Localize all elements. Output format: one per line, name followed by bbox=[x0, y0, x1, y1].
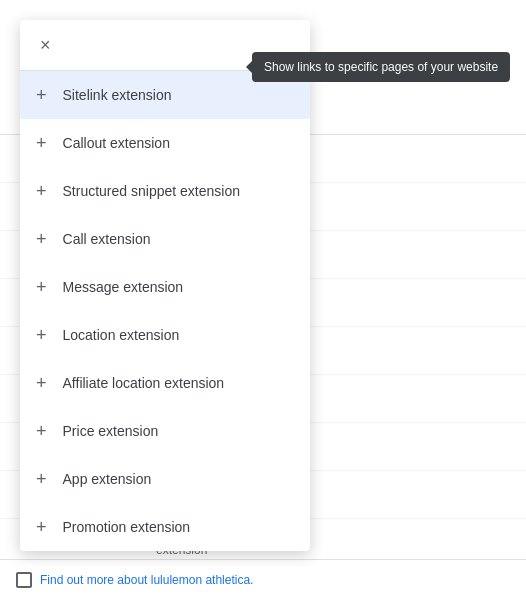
plus-icon: + bbox=[36, 182, 47, 200]
menu-item-affiliate-location[interactable]: +Affiliate location extension bbox=[20, 359, 310, 407]
menu-item-structured-snippet[interactable]: +Structured snippet extension bbox=[20, 167, 310, 215]
checkbox[interactable] bbox=[16, 572, 32, 588]
menu-item-label: Structured snippet extension bbox=[63, 183, 240, 199]
plus-icon: + bbox=[36, 422, 47, 440]
menu-list: +Sitelink extension+Callout extension+St… bbox=[20, 71, 310, 551]
menu-item-message[interactable]: +Message extension bbox=[20, 263, 310, 311]
plus-icon: + bbox=[36, 134, 47, 152]
menu-item-label: Location extension bbox=[63, 327, 180, 343]
plus-icon: + bbox=[36, 86, 47, 104]
menu-item-label: Sitelink extension bbox=[63, 87, 172, 103]
dropdown-panel: × +Sitelink extension+Callout extension+… bbox=[20, 20, 310, 551]
plus-icon: + bbox=[36, 326, 47, 344]
menu-item-label: Affiliate location extension bbox=[63, 375, 225, 391]
menu-item-sitelink[interactable]: +Sitelink extension bbox=[20, 71, 310, 119]
plus-icon: + bbox=[36, 470, 47, 488]
menu-item-app[interactable]: +App extension bbox=[20, 455, 310, 503]
bottom-bar-text: Find out more about lululemon athletica. bbox=[40, 573, 253, 587]
plus-icon: + bbox=[36, 278, 47, 296]
bottom-bar: Find out more about lululemon athletica. bbox=[0, 559, 526, 600]
close-button[interactable]: × bbox=[36, 32, 55, 58]
menu-item-callout[interactable]: +Callout extension bbox=[20, 119, 310, 167]
menu-item-price[interactable]: +Price extension bbox=[20, 407, 310, 455]
menu-item-promotion[interactable]: +Promotion extension bbox=[20, 503, 310, 551]
menu-item-label: Message extension bbox=[63, 279, 184, 295]
menu-item-location[interactable]: +Location extension bbox=[20, 311, 310, 359]
menu-item-label: Price extension bbox=[63, 423, 159, 439]
plus-icon: + bbox=[36, 374, 47, 392]
menu-item-call[interactable]: +Call extension bbox=[20, 215, 310, 263]
plus-icon: + bbox=[36, 230, 47, 248]
bottom-bar-content: Find out more about lululemon athletica. bbox=[16, 572, 510, 588]
menu-item-label: App extension bbox=[63, 471, 152, 487]
close-icon: × bbox=[40, 36, 51, 54]
menu-item-label: Callout extension bbox=[63, 135, 170, 151]
menu-item-label: Promotion extension bbox=[63, 519, 191, 535]
menu-item-label: Call extension bbox=[63, 231, 151, 247]
dropdown-header: × bbox=[20, 20, 310, 71]
plus-icon: + bbox=[36, 518, 47, 536]
